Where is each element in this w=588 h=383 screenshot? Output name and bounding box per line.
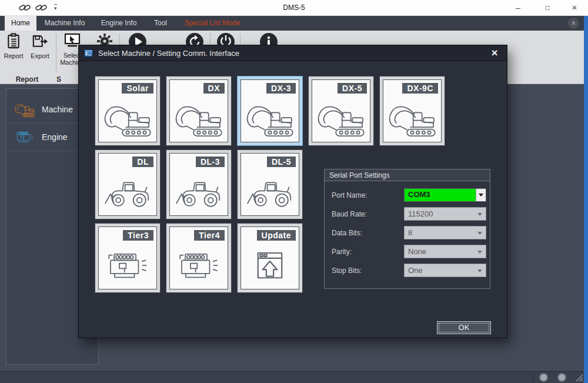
parity-value: None <box>408 247 426 256</box>
excavator-icon <box>244 98 296 140</box>
port-name-row: Port Name: COM3 <box>325 186 490 205</box>
chevron-down-icon <box>477 269 482 272</box>
excavator-icon <box>173 98 225 140</box>
machine-tile-dl-3[interactable]: DL-3 <box>166 149 232 219</box>
machine-tile-tier3[interactable]: Tier3 <box>95 223 161 293</box>
dialog-title: Select Machine / Setting Comm. Interface <box>98 49 239 58</box>
engine-icon <box>102 245 153 287</box>
export-icon <box>32 33 48 49</box>
select-machine-dialog: Select Machine / Setting Comm. Interface… <box>78 45 507 338</box>
window-right-edge <box>584 16 588 383</box>
parity-label: Parity: <box>332 248 352 256</box>
stop-bits-row: Stop Bits: One <box>325 261 490 280</box>
dialog-titlebar[interactable]: Select Machine / Setting Comm. Interface… <box>79 45 507 61</box>
machine-tile-tier4[interactable]: Tier4 <box>166 223 232 293</box>
ribbon-separator <box>56 34 56 72</box>
serial-panel-title: Serial Port Settings <box>325 169 490 181</box>
wheel-loader-icon <box>102 171 153 214</box>
chevron-down-icon <box>477 213 482 216</box>
machine-tile-dx[interactable]: DX <box>166 76 232 146</box>
tile-badge: DL-3 <box>196 156 225 167</box>
data-bits-value: 8 <box>408 228 412 237</box>
report-button-label: Report <box>1 52 26 59</box>
tab-engine-info[interactable]: Engine Info <box>96 16 142 31</box>
engine-icon <box>173 245 225 287</box>
group-label-report: Report <box>0 75 54 84</box>
tab-machine-info[interactable]: Machine Info <box>41 16 88 31</box>
excavator-icon <box>315 98 367 140</box>
port-name-value: COM3 <box>405 189 476 201</box>
wheel-loader-icon <box>244 171 296 214</box>
close-button[interactable]: × <box>566 0 583 15</box>
data-bits-row: Data Bits: 8 <box>325 224 490 242</box>
baud-rate-row: Baud Rate: 115200 <box>325 205 490 224</box>
maximize-button[interactable]: □ <box>539 0 556 15</box>
chevron-down-icon <box>477 232 482 235</box>
sidebar-item-label: Engine <box>42 132 68 142</box>
ok-button[interactable]: OK <box>437 321 491 334</box>
sidebar-item-label: Machine <box>42 105 73 114</box>
minimize-button[interactable]: – <box>509 0 527 15</box>
tab-home[interactable]: Home <box>5 16 36 31</box>
window-titlebar: ▾ DMS-5 – □ × <box>0 0 588 16</box>
dialog-icon <box>84 49 93 57</box>
stop-bits-value: One <box>408 266 423 275</box>
status-indicator-1 <box>539 373 548 382</box>
tile-badge: Tier3 <box>123 230 153 241</box>
tile-badge: DL <box>132 156 153 167</box>
tile-badge: Update <box>257 230 296 241</box>
collapse-ribbon-icon[interactable]: ∧ <box>568 18 579 29</box>
resize-grip[interactable] <box>575 374 583 382</box>
tile-badge: Solar <box>122 83 153 94</box>
port-name-select[interactable]: COM3 <box>404 188 486 202</box>
baud-rate-select[interactable]: 115200 <box>404 207 486 221</box>
chevron-down-icon <box>477 251 482 254</box>
tab-tool[interactable]: Tool <box>147 16 174 31</box>
excavator-icon <box>14 101 36 118</box>
window-title: DMS-5 <box>0 4 588 12</box>
report-button[interactable]: Report <box>1 33 26 59</box>
machine-tile-dx-5[interactable]: DX-5 <box>308 76 374 146</box>
statusbar <box>0 371 588 383</box>
tile-badge: DX-5 <box>338 83 367 94</box>
port-name-label: Port Name: <box>332 191 368 199</box>
parity-select[interactable]: None <box>404 245 486 258</box>
dialog-close-button[interactable]: × <box>487 45 502 61</box>
report-icon <box>6 33 21 49</box>
data-bits-select[interactable]: 8 <box>404 226 486 239</box>
parity-row: Parity: None <box>325 242 490 261</box>
statusbar-divider <box>533 373 533 382</box>
serial-port-settings-panel: Serial Port Settings Port Name: COM3 Bau… <box>324 169 490 289</box>
tile-badge: DL-5 <box>267 156 296 167</box>
stop-bits-label: Stop Bits: <box>332 267 362 275</box>
machine-tile-dx-9c[interactable]: DX-9C <box>379 76 445 146</box>
excavator-icon <box>386 98 438 140</box>
tab-special-list-mode[interactable]: Special List Mode <box>180 16 245 31</box>
update-icon <box>244 245 296 287</box>
status-indicator-2 <box>557 373 566 382</box>
excavator-icon <box>102 98 153 140</box>
machine-tile-update[interactable]: Update <box>237 223 303 293</box>
chevron-down-icon <box>479 194 483 197</box>
wheel-loader-icon <box>173 171 225 214</box>
machine-tile-dl-5[interactable]: DL-5 <box>237 149 303 219</box>
tile-badge: DX <box>203 83 225 94</box>
machine-tile-dl[interactable]: DL <box>95 149 161 219</box>
machine-tile-solar[interactable]: Solar <box>95 76 161 146</box>
group-label-setting: S <box>56 75 61 84</box>
port-name-dropdown-button[interactable] <box>476 189 486 201</box>
engine-icon <box>14 128 36 146</box>
tile-badge: DX-9C <box>402 83 438 94</box>
baud-rate-value: 115200 <box>408 209 433 218</box>
machine-tile-dx-3[interactable]: DX-3 <box>237 76 303 146</box>
export-button[interactable]: Export <box>27 33 53 59</box>
ribbon-tabstrip: Home Machine Info Engine Info Tool Speci… <box>0 16 588 31</box>
export-button-label: Export <box>27 52 53 59</box>
stop-bits-select[interactable]: One <box>404 264 486 277</box>
tile-badge: DX-3 <box>266 83 296 94</box>
tile-badge: Tier4 <box>194 230 225 241</box>
data-bits-label: Data Bits: <box>332 229 362 237</box>
baud-rate-label: Baud Rate: <box>332 210 367 218</box>
